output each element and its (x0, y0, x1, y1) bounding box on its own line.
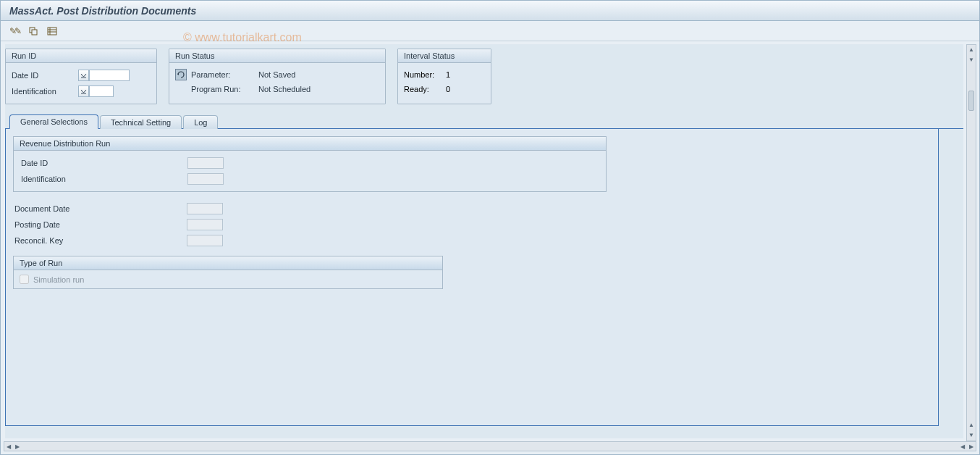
tab-general-selections[interactable]: General Selections (9, 114, 98, 129)
tab-strip: General Selections Technical Setting Log (5, 113, 963, 129)
scroll-right-icon[interactable]: ▶ (967, 443, 976, 450)
dates-section: Document Date Posting Date Reconcil. Key (13, 201, 931, 249)
scroll-up-step-icon[interactable]: ▲ (968, 420, 975, 430)
tab-technical-setting[interactable]: Technical Setting (100, 115, 182, 129)
program-run-value: Not Scheduled (258, 85, 311, 93)
parameter-value: Not Saved (258, 70, 295, 79)
rev-identification-label: Identification (21, 175, 187, 183)
svg-rect-1 (32, 30, 37, 35)
refresh-icon[interactable] (175, 69, 187, 80)
rev-date-id-label: Date ID (21, 159, 187, 167)
run-id-title: Run ID (6, 49, 156, 63)
identification-f4-button[interactable] (78, 85, 89, 97)
date-id-input[interactable] (89, 70, 130, 81)
scroll-left-icon[interactable]: ◀ (4, 443, 13, 450)
pencils-icon[interactable]: ✎✎ (8, 25, 21, 38)
interval-status-groupbox: Interval Status Number: 1 Ready: 0 (397, 49, 491, 104)
identification-input[interactable] (89, 85, 114, 97)
scroll-v-thumb[interactable] (968, 91, 974, 111)
copy-icon[interactable] (27, 25, 40, 38)
header-panels: Run ID Date ID Identification (5, 44, 963, 112)
columns-icon[interactable] (46, 25, 59, 38)
window-title: MassAct. Post Distribution Documents (9, 5, 196, 17)
scroll-down-step-icon[interactable]: ▼ (968, 55, 975, 65)
document-date-input (187, 203, 223, 214)
ready-value: 0 (446, 85, 450, 93)
number-label: Number: (404, 70, 446, 79)
run-id-groupbox: Run ID Date ID Identification (5, 49, 157, 104)
posting-date-label: Posting Date (13, 220, 187, 229)
simulation-run-checkbox (20, 275, 29, 284)
interval-status-title: Interval Status (398, 49, 491, 63)
run-status-title: Run Status (169, 49, 385, 63)
identification-label: Identification (12, 87, 77, 96)
number-value: 1 (446, 70, 450, 79)
tabs-container: General Selections Technical Setting Log… (5, 113, 963, 426)
run-status-groupbox: Run Status Parameter: Not Saved (169, 49, 386, 104)
type-of-run-title: Type of Run (14, 256, 442, 270)
reconcil-key-input (187, 235, 223, 246)
window-root: MassAct. Post Distribution Documents ✎✎ … (0, 0, 980, 455)
date-id-f4-button[interactable] (78, 70, 89, 81)
revenue-distribution-section: Revenue Distribution Run Date ID Identif… (13, 136, 607, 192)
reconcil-key-label: Reconcil. Key (13, 236, 187, 245)
svg-rect-2 (48, 28, 56, 35)
document-date-label: Document Date (13, 204, 187, 213)
date-id-label: Date ID (12, 71, 77, 80)
type-of-run-section: Type of Run Simulation run (13, 256, 443, 289)
content-area: Run ID Date ID Identification (5, 44, 963, 438)
posting-date-input (187, 219, 223, 230)
vertical-scrollbar[interactable]: ▲ ▼ ▲ ▼ (966, 44, 976, 441)
title-bar: MassAct. Post Distribution Documents (1, 1, 979, 21)
parameter-label: Parameter: (190, 70, 258, 79)
toolbar: ✎✎ (1, 21, 979, 41)
tab-log[interactable]: Log (183, 115, 218, 129)
tab-panel-general: Revenue Distribution Run Date ID Identif… (5, 129, 939, 426)
horizontal-scrollbar[interactable]: ◀ ▶ ◀ ▶ (4, 441, 976, 451)
scroll-down-icon[interactable]: ▼ (968, 430, 975, 441)
scroll-up-icon[interactable]: ▲ (968, 45, 975, 55)
scroll-right-step-icon[interactable]: ◀ (958, 443, 967, 450)
scroll-left-step-icon[interactable]: ▶ (13, 443, 22, 450)
revenue-distribution-title: Revenue Distribution Run (14, 137, 606, 151)
rev-identification-input (187, 173, 224, 185)
rev-date-id-input (187, 157, 224, 169)
program-run-label: Program Run: (190, 85, 258, 93)
ready-label: Ready: (404, 85, 446, 93)
simulation-run-label: Simulation run (33, 275, 84, 284)
